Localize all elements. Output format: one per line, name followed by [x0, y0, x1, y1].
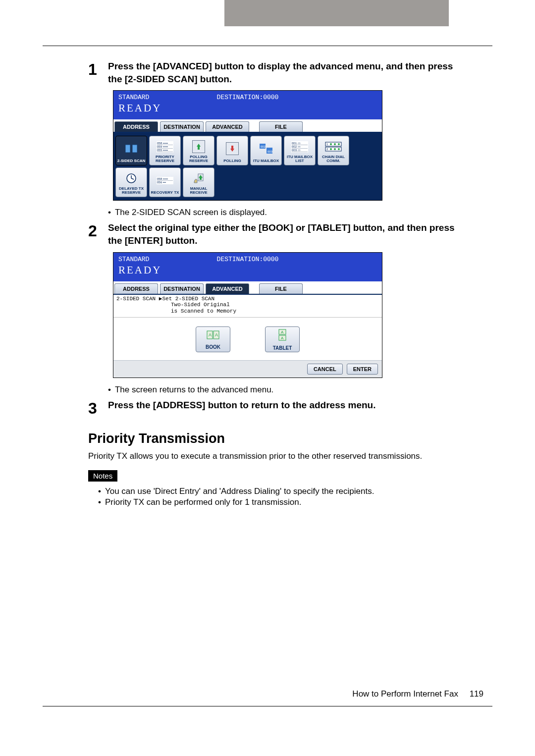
btn-label: DELAYED TX RESERVE: [117, 187, 146, 195]
fax-status-standard: STANDARD: [118, 94, 217, 101]
btn-enter[interactable]: ENTER: [347, 364, 378, 375]
btn-delayed-tx-reserve[interactable]: DELAYED TX RESERVE: [115, 167, 147, 197]
polling-reserve-icon: [192, 138, 205, 155]
fax-header: STANDARD DESTINATION:0000 READY: [113, 253, 382, 281]
fax-status-destination: DESTINATION:0000: [217, 256, 279, 263]
manual-receive-icon: [192, 170, 205, 187]
step-1-text: Press the [ADVANCED] button to display t…: [108, 60, 463, 85]
svg-point-10: [330, 143, 332, 145]
btn-label: CHAIN DIAL COMM.: [319, 155, 348, 163]
step-1-bullet: The 2-SIDED SCAN screen is displayed.: [108, 208, 492, 217]
polling-icon: [226, 138, 239, 159]
fax-footer: CANCEL ENTER: [113, 360, 382, 378]
notes-badge: Notes: [88, 470, 117, 482]
fax-header: STANDARD DESTINATION:0000 READY: [113, 91, 382, 119]
fax-status-destination: DESTINATION:0000: [217, 94, 279, 101]
btn-itu-mailbox[interactable]: 002003 ITU MAILBOX: [250, 136, 282, 165]
svg-text:A: A: [215, 332, 218, 337]
step-2-bullet: The screen returns to the advanced menu.: [108, 385, 492, 395]
btn-polling-reserve[interactable]: POLLING RESERVE: [183, 136, 214, 165]
btn-itu-mailbox-list[interactable]: 001 ▭002 ▭003 ▭ ITU MAILBOX LIST: [284, 136, 316, 165]
svg-point-12: [338, 143, 340, 145]
step-2-text: Select the original type either the [BOO…: [108, 221, 463, 247]
btn-recovery-tx[interactable]: 058 •••••056 ••• RECOVERY TX: [149, 167, 181, 197]
btn-2sided-scan[interactable]: 2-SIDED SCAN: [115, 136, 147, 165]
btn-label: ITU MAILBOX LIST: [285, 155, 314, 163]
note-2: Priority TX can be performed only for 1 …: [98, 497, 492, 507]
btn-tablet[interactable]: AA TABLET: [265, 326, 300, 352]
btn-label: POLLING: [223, 159, 241, 163]
btn-manual-receive[interactable]: MANUAL RECEIVE: [183, 167, 214, 197]
clock-icon: [125, 170, 137, 187]
page-footer: How to Perform Internet Fax 119: [352, 689, 483, 699]
svg-point-13: [330, 148, 332, 150]
step-3-text: Press the [ADDRESS] button to return to …: [108, 399, 463, 416]
footer-title: How to Perform Internet Fax: [352, 689, 458, 699]
btn-cancel[interactable]: CANCEL: [307, 364, 343, 375]
fax-tab-bar: ADDRESS DESTINATION ADVANCED FILE: [113, 281, 382, 295]
tab-advanced[interactable]: ADVANCED: [206, 121, 249, 132]
svg-rect-0: [125, 145, 130, 153]
svg-text:002: 002: [261, 145, 266, 148]
fax-status-standard: STANDARD: [118, 256, 217, 263]
fax-screen-2sided: STANDARD DESTINATION:0000 READY ADDRESS …: [113, 252, 382, 378]
header-band: [224, 0, 449, 26]
tab-file[interactable]: FILE: [259, 283, 303, 294]
svg-point-15: [338, 148, 340, 150]
tab-destination[interactable]: DESTINATION: [160, 121, 204, 132]
itu-mailbox-icon: 002003: [259, 138, 273, 159]
step-3: 3 Press the [ADDRESS] button to return t…: [88, 399, 463, 416]
context-line-3: is Scanned to Memory: [116, 308, 379, 315]
step-2: 2 Select the original type either the [B…: [88, 221, 463, 247]
svg-text:A: A: [281, 336, 284, 340]
btn-polling[interactable]: POLLING: [216, 136, 248, 165]
btn-priority-reserve[interactable]: 058 •••••059 •••••055 ••••• PRIORITY RES…: [149, 136, 181, 165]
context-strip: 2-SIDED SCAN ▶Set 2-SIDED SCAN Two-Sided…: [113, 295, 382, 318]
page-frame: 1 Press the [ADVANCED] button to display…: [43, 46, 492, 706]
fax-ready-label: READY: [118, 264, 377, 276]
fax-screen-advanced: STANDARD DESTINATION:0000 READY ADDRESS …: [113, 90, 382, 201]
fax-tab-bar: ADDRESS DESTINATION ADVANCED FILE: [113, 119, 382, 133]
chain-dial-icon: 1 2: [325, 138, 342, 155]
section-title: Priority Transmission: [88, 431, 492, 446]
step-3-number: 3: [88, 399, 108, 416]
svg-point-14: [334, 148, 336, 150]
notes-list: You can use 'Direct Entry' and 'Address …: [98, 486, 492, 507]
svg-text:A: A: [209, 332, 212, 337]
tab-file[interactable]: FILE: [259, 121, 303, 132]
btn-label: MANUAL RECEIVE: [184, 187, 213, 195]
btn-label: PRIORITY RESERVE: [151, 155, 179, 163]
btn-label: BOOK: [206, 344, 220, 350]
svg-text:003: 003: [268, 150, 273, 153]
section-desc: Priority TX allows you to execute a tran…: [88, 451, 492, 461]
tab-address[interactable]: ADDRESS: [114, 283, 158, 294]
tab-advanced[interactable]: ADVANCED: [206, 283, 249, 294]
context-line-1: 2-SIDED SCAN ▶Set 2-SIDED SCAN: [116, 296, 379, 302]
btn-chain-dial[interactable]: 1 2 CHAIN DIAL COMM.: [318, 136, 349, 165]
svg-rect-1: [132, 145, 137, 153]
tab-destination[interactable]: DESTINATION: [160, 283, 204, 294]
btn-label: RECOVERY TX: [151, 191, 179, 195]
fax-advanced-grid: 2-SIDED SCAN 058 •••••059 •••••055 •••••…: [113, 133, 382, 200]
svg-text:A: A: [281, 330, 284, 334]
book-icon: AA: [206, 329, 220, 343]
fax-2sided-body: 2-SIDED SCAN ▶Set 2-SIDED SCAN Two-Sided…: [113, 295, 382, 378]
svg-point-11: [334, 143, 336, 145]
step-2-number: 2: [88, 221, 108, 247]
fax-ready-label: READY: [118, 102, 377, 114]
btn-book[interactable]: AA BOOK: [196, 326, 230, 352]
btn-label: ITU MAILBOX: [253, 159, 279, 163]
step-1-number: 1: [88, 60, 108, 85]
note-1: You can use 'Direct Entry' and 'Address …: [98, 486, 492, 496]
recovery-tx-icon: 058 •••••056 •••: [157, 170, 173, 191]
btn-label: POLLING RESERVE: [184, 155, 213, 163]
priority-reserve-icon: 058 •••••059 •••••055 •••••: [157, 138, 173, 155]
tablet-icon: AA: [277, 328, 288, 344]
step-1: 1 Press the [ADVANCED] button to display…: [88, 60, 463, 85]
itu-mailbox-list-icon: 001 ▭002 ▭003 ▭: [291, 138, 308, 155]
footer-page-number: 119: [470, 689, 483, 699]
tab-address[interactable]: ADDRESS: [114, 121, 158, 132]
btn-label: TABLET: [273, 345, 292, 351]
context-line-2: Two-Sided Original: [116, 302, 379, 308]
two-sided-icon: [124, 138, 138, 159]
